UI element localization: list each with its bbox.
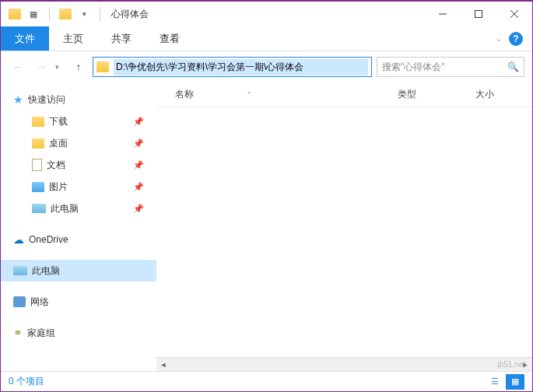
sidebar-label: 家庭组 [27,327,55,340]
sidebar-label: 此电脑 [51,202,79,215]
search-box[interactable]: 搜索"心得体会" 🔍 [377,57,524,77]
view-icons-button[interactable]: ▦ [506,374,524,390]
column-type[interactable]: 类型 [398,88,475,101]
file-list[interactable]: 查字典教程网 jiaocheng.chazidian.com [156,107,532,357]
scroll-left-icon[interactable]: ◄ [156,359,170,371]
pin-icon: 📌 [133,138,144,149]
sidebar-label: 此电脑 [32,264,60,278]
pc-icon [32,204,46,213]
file-tab[interactable]: 文件 [1,26,49,51]
status-item-count: 0 个项目 [9,375,44,388]
document-icon [32,159,42,171]
sidebar-label: 网络 [30,296,49,309]
pin-icon: 📌 [133,204,144,214]
sidebar-item-network[interactable]: 网络 [1,291,156,313]
tab-home[interactable]: 主页 [49,26,97,51]
scroll-track[interactable] [170,359,518,371]
folder-icon [32,138,44,149]
pin-icon: 📌 [133,160,144,170]
qat-dropdown-icon[interactable]: ▾ [78,8,90,20]
minimize-button[interactable] [425,2,461,26]
sidebar-item-downloads[interactable]: 下载 📌 [1,110,156,132]
folder-icon [32,117,44,127]
pin-icon: 📌 [133,182,144,192]
sidebar-label: OneDrive [29,234,68,245]
addressbar: ← → ▾ ↑ D:\争优创先\学习资料\学习会第一期\心得体会 搜索"心得体会… [1,51,532,82]
sidebar-label: 图片 [49,180,68,194]
folder-icon [32,182,44,192]
app-icon[interactable] [9,8,21,20]
tab-share[interactable]: 共享 [97,26,146,51]
sort-indicator-icon: ⌃ [247,91,252,98]
help-icon[interactable]: ? [509,32,523,46]
navigation-pane: ★ 快速访问 下载 📌 桌面 📌 文档 📌 图片 📌 此电脑 📌 [1,82,156,371]
titlebar: ▦ ▾ 心得体会 [1,2,532,26]
pin-icon: 📌 [133,117,144,127]
window-controls [425,2,532,26]
file-list-pane: 名称 ⌃ 类型 大小 查字典教程网 jiaocheng.chazidian.co… [156,82,532,371]
sidebar-label: 下载 [49,115,68,128]
folder-icon [96,61,109,72]
sidebar-item-thispc[interactable]: 此电脑 [1,260,156,282]
quick-access-toolbar: ▦ ▾ [1,7,103,21]
sidebar-item-homegroup[interactable]: ⚭ 家庭组 [1,322,156,344]
view-details-button[interactable]: ☰ [486,374,504,390]
sidebar-item-thispc-pinned[interactable]: 此电脑 📌 [1,198,156,219]
sidebar-item-documents[interactable]: 文档 📌 [1,154,156,176]
statusbar: 0 个项目 ☰ ▦ [1,371,532,391]
sidebar-label: 文档 [47,159,65,172]
network-icon [13,296,26,307]
properties-icon[interactable]: ▦ [27,8,40,20]
address-path[interactable]: D:\争优创先\学习资料\学习会第一期\心得体会 [114,59,368,75]
address-input[interactable]: D:\争优创先\学习资料\学习会第一期\心得体会 [93,57,372,77]
maximize-button[interactable] [461,2,496,26]
search-icon[interactable]: 🔍 [507,61,519,72]
sidebar-item-onedrive[interactable]: ☁ OneDrive [1,229,156,250]
sidebar-item-pictures[interactable]: 图片 📌 [1,176,156,198]
sidebar-label: 桌面 [49,137,68,150]
column-size[interactable]: 大小 [475,88,530,101]
sidebar-label: 快速访问 [28,93,65,107]
column-headers: 名称 ⌃ 类型 大小 [156,82,532,107]
history-dropdown-icon[interactable]: ▾ [55,63,65,71]
horizontal-scrollbar[interactable]: ◄ ► [156,357,532,371]
window-title: 心得体会 [111,8,149,21]
search-placeholder: 搜索"心得体会" [382,61,503,74]
up-button[interactable]: ↑ [69,58,88,76]
close-button[interactable] [496,2,532,26]
pc-icon [13,266,27,275]
ribbon-collapse-icon[interactable]: ⌵ [496,34,501,43]
star-icon: ★ [13,93,23,106]
column-name[interactable]: 名称 ⌃ [156,88,398,101]
scroll-right-icon[interactable]: ► [518,359,532,371]
svg-rect-1 [475,11,482,18]
homegroup-icon: ⚭ [13,327,23,339]
forward-button[interactable]: → [32,58,51,76]
content-area: ★ 快速访问 下载 📌 桌面 📌 文档 📌 图片 📌 此电脑 📌 [1,82,532,371]
new-folder-icon[interactable] [59,8,72,20]
sidebar-item-quickaccess[interactable]: ★ 快速访问 [1,89,156,110]
ribbon: 文件 主页 共享 查看 ⌵ ? [1,26,532,51]
cloud-icon: ☁ [13,233,24,246]
back-button[interactable]: ← [9,58,27,76]
sidebar-item-desktop[interactable]: 桌面 📌 [1,132,156,154]
tab-view[interactable]: 查看 [146,26,194,51]
